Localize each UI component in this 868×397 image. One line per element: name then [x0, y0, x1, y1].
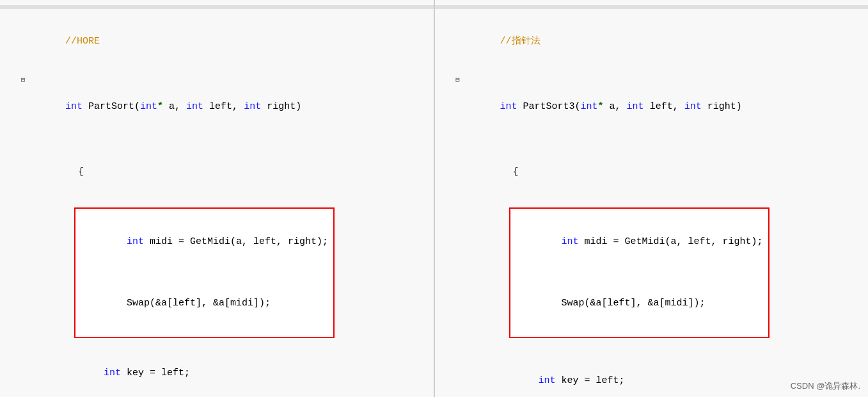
watermark: CSDN @诡异森林.	[791, 380, 860, 392]
comment3-line: //指针法	[435, 9, 869, 74]
func1-box: int midi = GetMidi(a, left, right); Swap…	[74, 207, 335, 338]
comment-hore-line: //HORE	[0, 9, 434, 74]
func1-box-line1: int midi = GetMidi(a, left, right);	[81, 211, 328, 273]
func3-brace-line: {	[435, 140, 869, 205]
comment-pointer: //指针法	[466, 9, 869, 74]
right-panel: //指针法 ⊟ int PartSort3(int* a, int left, …	[435, 0, 869, 397]
func1-signature: int PartSort(int* a, int left, int right…	[31, 74, 434, 140]
func3-box: int midi = GetMidi(a, left, right); Swap…	[509, 207, 769, 338]
func1-brace-line: {	[0, 140, 434, 205]
left-panel: //HORE ⊟ int PartSort(int* a, int left, …	[0, 0, 435, 397]
collapse-func1[interactable]: ⊟	[18, 74, 28, 85]
func3-box-line1: int midi = GetMidi(a, left, right);	[516, 211, 763, 273]
func1-highlight-block: int midi = GetMidi(a, left, right); Swap…	[0, 205, 434, 341]
func1-key: int key = left;	[43, 341, 434, 397]
func3-blank1	[435, 341, 869, 348]
func1-open-brace: {	[43, 140, 434, 205]
func3-open-brace: {	[478, 140, 869, 205]
collapse-func3[interactable]: ⊟	[453, 74, 463, 85]
comment-hore: //HORE	[31, 9, 434, 74]
func3-box-line2: Swap(&a[left], &a[midi]);	[516, 273, 763, 334]
func1-box-line2: Swap(&a[left], &a[midi]);	[81, 273, 328, 334]
func3-sig-line: ⊟ int PartSort3(int* a, int left, int ri…	[435, 74, 869, 140]
func1-key-line: int key = left;	[0, 341, 434, 397]
func1-sig-line: ⊟ int PartSort(int* a, int left, int rig…	[0, 74, 434, 140]
func3-highlight-block: int midi = GetMidi(a, left, right); Swap…	[435, 205, 869, 341]
func3-signature: int PartSort3(int* a, int left, int righ…	[466, 74, 869, 140]
